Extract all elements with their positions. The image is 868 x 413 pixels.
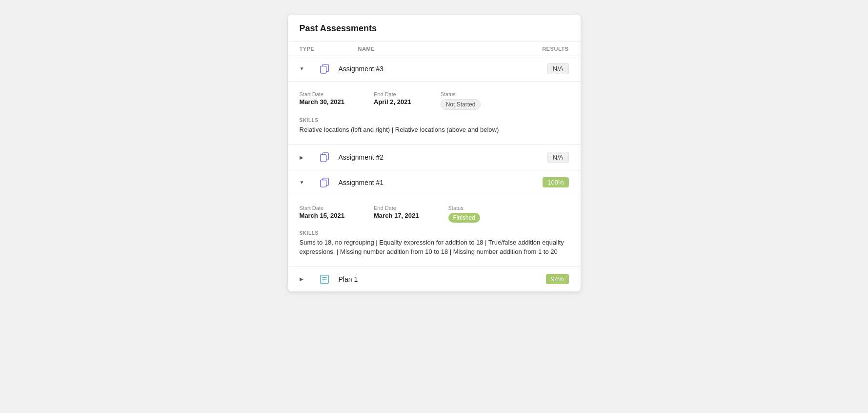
assignment-name-2: Assignment #2 bbox=[339, 153, 520, 161]
start-date-value-1: March 15, 2021 bbox=[300, 212, 345, 219]
start-date-label-1: Start Date bbox=[300, 205, 345, 211]
detail-dates-3: Start Date March 30, 2021 End Date April… bbox=[300, 91, 569, 110]
status-badge-not-started-3: Not Started bbox=[441, 99, 481, 110]
skills-section-1: SKILLS Sums to 18, no regrouping | Equal… bbox=[300, 230, 569, 257]
panel-header: Past Assessments bbox=[288, 15, 581, 42]
plan-row-1[interactable]: ▶ Plan 1 94% bbox=[288, 267, 581, 291]
assignment-type-icon-1 bbox=[319, 177, 339, 188]
chevron-down-icon[interactable]: ▼ bbox=[300, 66, 319, 71]
assignment-type-icon-2 bbox=[319, 152, 339, 163]
status-badge-finished-1: Finished bbox=[448, 213, 480, 223]
results-badge-3: N/A bbox=[520, 63, 569, 74]
results-badge-1: 100% bbox=[520, 177, 569, 187]
end-date-value-3: April 2, 2021 bbox=[374, 98, 411, 105]
name-header: NAME bbox=[358, 46, 520, 52]
assignment-detail-1: Start Date March 15, 2021 End Date March… bbox=[288, 195, 581, 267]
plan-name-1: Plan 1 bbox=[339, 275, 520, 283]
assignment-name-3: Assignment #3 bbox=[339, 65, 520, 73]
results-badge-plan1: 94% bbox=[520, 274, 569, 284]
skills-text-3: Relative locations (left and right) | Re… bbox=[300, 125, 569, 135]
end-date-value-1: March 17, 2021 bbox=[374, 212, 419, 219]
skills-text-1: Sums to 18, no regrouping | Equality exp… bbox=[300, 238, 569, 257]
skills-label-1: SKILLS bbox=[300, 230, 569, 236]
assignment-name-1: Assignment #1 bbox=[339, 179, 520, 186]
skills-label-3: SKILLS bbox=[300, 118, 569, 123]
end-date-group-1: End Date March 17, 2021 bbox=[374, 205, 419, 223]
svg-rect-5 bbox=[320, 180, 326, 187]
plan-type-icon-1 bbox=[319, 274, 339, 285]
table-header-row: TYPE NAME RESULTS bbox=[288, 42, 581, 56]
chevron-right-icon-2[interactable]: ▶ bbox=[300, 155, 319, 160]
assignment-row-1[interactable]: ▼ Assignment #1 100% bbox=[288, 170, 581, 195]
assignment-row-2[interactable]: ▶ Assignment #2 N/A bbox=[288, 145, 581, 170]
status-label-1: Status bbox=[448, 205, 480, 211]
past-assessments-panel: Past Assessments TYPE NAME RESULTS ▼ Ass… bbox=[288, 15, 581, 291]
end-date-label-3: End Date bbox=[374, 91, 411, 97]
type-header: TYPE bbox=[300, 46, 358, 52]
start-date-group-3: Start Date March 30, 2021 bbox=[300, 91, 345, 110]
assignment-row-3[interactable]: ▼ Assignment #3 N/A bbox=[288, 56, 581, 82]
start-date-value-3: March 30, 2021 bbox=[300, 98, 345, 105]
svg-rect-3 bbox=[320, 155, 326, 162]
skills-section-3: SKILLS Relative locations (left and righ… bbox=[300, 118, 569, 135]
chevron-right-icon-plan1[interactable]: ▶ bbox=[300, 276, 319, 282]
panel-title: Past Assessments bbox=[300, 23, 377, 33]
status-group-3: Status Not Started bbox=[441, 91, 481, 110]
results-badge-2: N/A bbox=[520, 152, 569, 163]
assignment-detail-3: Start Date March 30, 2021 End Date April… bbox=[288, 82, 581, 145]
detail-dates-1: Start Date March 15, 2021 End Date March… bbox=[300, 205, 569, 223]
svg-rect-1 bbox=[320, 66, 326, 73]
chevron-down-icon-1[interactable]: ▼ bbox=[300, 180, 319, 185]
end-date-label-1: End Date bbox=[374, 205, 419, 211]
start-date-label-3: Start Date bbox=[300, 91, 345, 97]
status-group-1: Status Finished bbox=[448, 205, 480, 223]
assignment-type-icon-3 bbox=[319, 63, 339, 74]
end-date-group-3: End Date April 2, 2021 bbox=[374, 91, 411, 110]
results-header: RESULTS bbox=[520, 46, 569, 52]
start-date-group-1: Start Date March 15, 2021 bbox=[300, 205, 345, 223]
status-label-3: Status bbox=[441, 91, 481, 97]
